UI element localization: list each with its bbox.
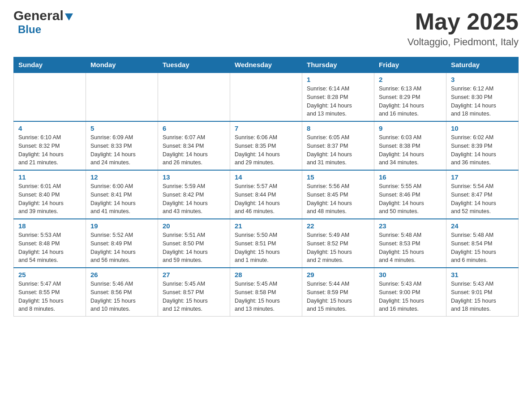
header-cell-friday: Friday [374, 57, 446, 73]
day-number: 30 [379, 271, 442, 278]
day-cell: 12Sunrise: 6:00 AM Sunset: 8:41 PM Dayli… [86, 170, 158, 219]
day-cell: 8Sunrise: 6:05 AM Sunset: 8:37 PM Daylig… [302, 121, 374, 170]
page-header: General Blue May 2025 Voltaggio, Piedmon… [13, 9, 519, 48]
logo-general-text: General [13, 9, 64, 22]
day-number: 23 [379, 222, 442, 230]
day-number: 5 [90, 124, 153, 132]
day-number: 28 [235, 271, 297, 278]
day-cell [14, 73, 86, 121]
day-cell: 26Sunrise: 5:46 AM Sunset: 8:56 PM Dayli… [86, 268, 158, 317]
day-number: 29 [307, 271, 369, 278]
calendar-body: 1Sunrise: 6:14 AM Sunset: 8:28 PM Daylig… [14, 73, 519, 317]
header-cell-monday: Monday [86, 57, 158, 73]
day-info: Sunrise: 5:48 AM Sunset: 8:53 PM Dayligh… [379, 231, 442, 265]
day-cell: 1Sunrise: 6:14 AM Sunset: 8:28 PM Daylig… [302, 73, 374, 121]
day-number: 16 [379, 173, 442, 181]
day-info: Sunrise: 5:55 AM Sunset: 8:46 PM Dayligh… [379, 182, 442, 216]
day-cell: 15Sunrise: 5:56 AM Sunset: 8:45 PM Dayli… [302, 170, 374, 219]
week-row-3: 11Sunrise: 6:01 AM Sunset: 8:40 PM Dayli… [14, 170, 519, 219]
day-number: 8 [307, 124, 369, 132]
day-info: Sunrise: 6:05 AM Sunset: 8:37 PM Dayligh… [307, 133, 369, 167]
title-block: May 2025 Voltaggio, Piedmont, Italy [408, 9, 519, 48]
day-info: Sunrise: 5:46 AM Sunset: 8:56 PM Dayligh… [90, 280, 153, 313]
day-number: 27 [163, 271, 225, 278]
day-info: Sunrise: 5:52 AM Sunset: 8:49 PM Dayligh… [90, 231, 153, 265]
day-info: Sunrise: 6:03 AM Sunset: 8:38 PM Dayligh… [379, 133, 442, 167]
day-cell: 3Sunrise: 6:12 AM Sunset: 8:30 PM Daylig… [446, 73, 519, 121]
day-cell: 30Sunrise: 5:43 AM Sunset: 9:00 PM Dayli… [374, 268, 446, 317]
day-info: Sunrise: 5:50 AM Sunset: 8:51 PM Dayligh… [235, 231, 297, 265]
day-cell [86, 73, 158, 121]
day-number: 12 [90, 173, 153, 181]
logo: General Blue [13, 9, 73, 36]
logo-blue-text: Blue [18, 23, 41, 36]
day-cell: 27Sunrise: 5:45 AM Sunset: 8:57 PM Dayli… [158, 268, 230, 317]
calendar-header: SundayMondayTuesdayWednesdayThursdayFrid… [14, 57, 519, 73]
day-info: Sunrise: 6:10 AM Sunset: 8:32 PM Dayligh… [18, 133, 81, 167]
day-info: Sunrise: 5:53 AM Sunset: 8:48 PM Dayligh… [18, 231, 81, 265]
day-number: 4 [18, 124, 81, 132]
day-cell: 5Sunrise: 6:09 AM Sunset: 8:33 PM Daylig… [86, 121, 158, 170]
day-cell: 2Sunrise: 6:13 AM Sunset: 8:29 PM Daylig… [374, 73, 446, 121]
day-number: 19 [90, 222, 153, 230]
week-row-1: 1Sunrise: 6:14 AM Sunset: 8:28 PM Daylig… [14, 73, 519, 121]
day-number: 21 [235, 222, 297, 230]
day-number: 25 [18, 271, 81, 278]
day-info: Sunrise: 5:48 AM Sunset: 8:54 PM Dayligh… [451, 231, 514, 265]
calendar-table: SundayMondayTuesdayWednesdayThursdayFrid… [13, 57, 519, 317]
day-cell [230, 73, 302, 121]
day-number: 31 [451, 271, 514, 278]
day-number: 22 [307, 222, 369, 230]
day-info: Sunrise: 5:49 AM Sunset: 8:52 PM Dayligh… [307, 231, 369, 265]
day-info: Sunrise: 5:57 AM Sunset: 8:44 PM Dayligh… [235, 182, 297, 216]
day-cell: 11Sunrise: 6:01 AM Sunset: 8:40 PM Dayli… [14, 170, 86, 219]
day-cell: 13Sunrise: 5:59 AM Sunset: 8:42 PM Dayli… [158, 170, 230, 219]
day-info: Sunrise: 5:44 AM Sunset: 8:59 PM Dayligh… [307, 280, 369, 313]
day-cell: 19Sunrise: 5:52 AM Sunset: 8:49 PM Dayli… [86, 219, 158, 268]
day-cell: 7Sunrise: 6:06 AM Sunset: 8:35 PM Daylig… [230, 121, 302, 170]
day-cell: 21Sunrise: 5:50 AM Sunset: 8:51 PM Dayli… [230, 219, 302, 268]
day-info: Sunrise: 6:12 AM Sunset: 8:30 PM Dayligh… [451, 85, 514, 118]
day-cell: 6Sunrise: 6:07 AM Sunset: 8:34 PM Daylig… [158, 121, 230, 170]
header-cell-tuesday: Tuesday [158, 57, 230, 73]
day-cell: 31Sunrise: 5:43 AM Sunset: 9:01 PM Dayli… [446, 268, 519, 317]
day-cell [158, 73, 230, 121]
header-cell-sunday: Sunday [14, 57, 86, 73]
calendar-title: May 2025 [408, 9, 519, 34]
week-row-2: 4Sunrise: 6:10 AM Sunset: 8:32 PM Daylig… [14, 121, 519, 170]
day-info: Sunrise: 6:13 AM Sunset: 8:29 PM Dayligh… [379, 85, 442, 118]
day-cell: 23Sunrise: 5:48 AM Sunset: 8:53 PM Dayli… [374, 219, 446, 268]
day-number: 10 [451, 124, 514, 132]
day-cell: 24Sunrise: 5:48 AM Sunset: 8:54 PM Dayli… [446, 219, 519, 268]
header-cell-wednesday: Wednesday [230, 57, 302, 73]
day-cell: 9Sunrise: 6:03 AM Sunset: 8:38 PM Daylig… [374, 121, 446, 170]
day-number: 18 [18, 222, 81, 230]
day-info: Sunrise: 6:02 AM Sunset: 8:39 PM Dayligh… [451, 133, 514, 167]
day-info: Sunrise: 6:07 AM Sunset: 8:34 PM Dayligh… [163, 133, 225, 167]
day-info: Sunrise: 5:47 AM Sunset: 8:55 PM Dayligh… [18, 280, 81, 313]
day-number: 20 [163, 222, 225, 230]
day-info: Sunrise: 5:43 AM Sunset: 9:01 PM Dayligh… [451, 280, 514, 313]
day-info: Sunrise: 6:09 AM Sunset: 8:33 PM Dayligh… [90, 133, 153, 167]
calendar-subtitle: Voltaggio, Piedmont, Italy [408, 36, 519, 48]
header-row: SundayMondayTuesdayWednesdayThursdayFrid… [14, 57, 519, 73]
day-cell: 22Sunrise: 5:49 AM Sunset: 8:52 PM Dayli… [302, 219, 374, 268]
day-number: 14 [235, 173, 297, 181]
day-cell: 14Sunrise: 5:57 AM Sunset: 8:44 PM Dayli… [230, 170, 302, 219]
day-number: 24 [451, 222, 514, 230]
day-info: Sunrise: 5:56 AM Sunset: 8:45 PM Dayligh… [307, 182, 369, 216]
day-number: 11 [18, 173, 81, 181]
day-number: 7 [235, 124, 297, 132]
day-number: 13 [163, 173, 225, 181]
day-cell: 20Sunrise: 5:51 AM Sunset: 8:50 PM Dayli… [158, 219, 230, 268]
day-number: 1 [307, 76, 369, 83]
day-cell: 16Sunrise: 5:55 AM Sunset: 8:46 PM Dayli… [374, 170, 446, 219]
day-info: Sunrise: 6:14 AM Sunset: 8:28 PM Dayligh… [307, 85, 369, 118]
day-info: Sunrise: 6:06 AM Sunset: 8:35 PM Dayligh… [235, 133, 297, 167]
day-cell: 18Sunrise: 5:53 AM Sunset: 8:48 PM Dayli… [14, 219, 86, 268]
day-info: Sunrise: 5:51 AM Sunset: 8:50 PM Dayligh… [163, 231, 225, 265]
day-number: 15 [307, 173, 369, 181]
day-info: Sunrise: 5:54 AM Sunset: 8:47 PM Dayligh… [451, 182, 514, 216]
day-info: Sunrise: 5:59 AM Sunset: 8:42 PM Dayligh… [163, 182, 225, 216]
day-info: Sunrise: 5:45 AM Sunset: 8:58 PM Dayligh… [235, 280, 297, 313]
